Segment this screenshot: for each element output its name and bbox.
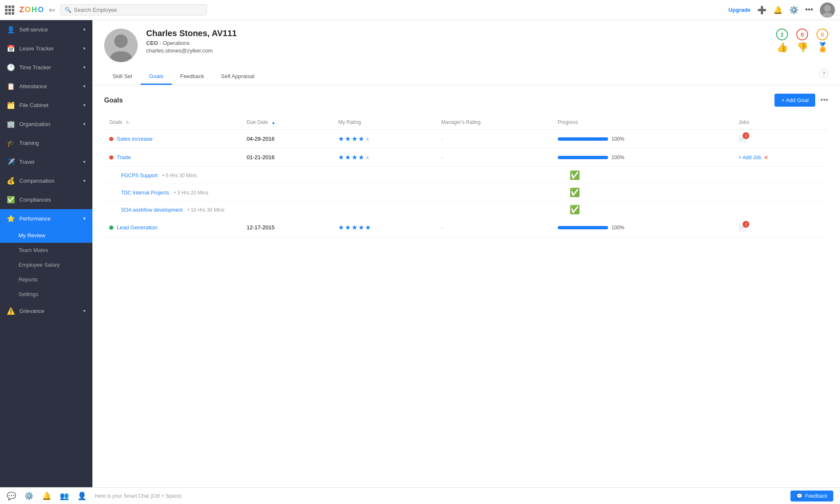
back-button[interactable]: ⇦ bbox=[49, 5, 55, 15]
my-rating-cell: ★★★★★ bbox=[333, 218, 436, 237]
topbar: ZOHO ⇦ 🔍 Upgrade ➕ 🔔 ⚙️ ••• bbox=[0, 0, 840, 20]
due-date-cell: 04-29-2016 bbox=[242, 130, 333, 148]
chevron-icon: ▾ bbox=[83, 159, 86, 165]
goals-table-body: Sales increase 04-29-2016 ★★★★★ - 100% bbox=[104, 130, 828, 237]
goal-name-cell: Trade bbox=[104, 148, 242, 167]
jobs-badge: 2 bbox=[743, 221, 749, 228]
sidebar-item-travel[interactable]: ✈️ Travel ▾ bbox=[0, 152, 92, 171]
compliances-icon: ✅ bbox=[7, 196, 15, 204]
search-input[interactable] bbox=[74, 7, 202, 13]
check-icon: ✅ bbox=[570, 205, 580, 214]
sidebar-item-label: Compliances bbox=[19, 197, 51, 203]
chevron-icon: ▾ bbox=[83, 308, 86, 314]
sidebar-item-training[interactable]: 🎓 Training bbox=[0, 134, 92, 152]
goals-more-button[interactable]: ••• bbox=[820, 96, 828, 105]
sidebar-item-label: Attendance bbox=[19, 83, 47, 89]
users-bottom-icon[interactable]: 👥 bbox=[60, 491, 69, 501]
profile-avatar bbox=[104, 29, 138, 62]
sub-goal-name-link[interactable]: TDC Internal Projects bbox=[121, 190, 169, 196]
apps-grid-icon[interactable] bbox=[5, 5, 14, 15]
profile-bottom-icon[interactable]: 👤 bbox=[77, 491, 87, 501]
sidebar-item-team-mates[interactable]: Team Mates bbox=[0, 243, 92, 257]
add-goal-button[interactable]: + Add Goal bbox=[774, 94, 815, 107]
sidebar-item-compliances[interactable]: ✅ Compliances bbox=[0, 190, 92, 209]
my-rating-cell: ★★★★★ bbox=[333, 148, 436, 167]
chevron-icon: ▾ bbox=[83, 216, 86, 221]
settings-bottom-icon[interactable]: ⚙️ bbox=[24, 491, 34, 501]
more-options-icon[interactable]: ••• bbox=[805, 5, 813, 14]
tab-feedback[interactable]: Feedback bbox=[172, 69, 213, 85]
sidebar-item-self-service[interactable]: 👤 Self-service ▾ bbox=[0, 20, 92, 39]
settings-icon[interactable]: ⚙️ bbox=[789, 5, 798, 15]
jobs-icon[interactable]: 📄2 bbox=[738, 135, 747, 143]
zoho-logo[interactable]: ZOHO bbox=[19, 5, 44, 14]
sidebar-item-label: Leave Tracker bbox=[19, 45, 54, 52]
sidebar-item-reports[interactable]: Reports bbox=[0, 272, 92, 287]
delete-job-button[interactable]: ✕ bbox=[764, 154, 769, 161]
goal-name-cell: Lead Generation bbox=[104, 218, 242, 237]
chevron-icon: ▾ bbox=[83, 178, 86, 184]
sidebar-item-attendance[interactable]: 📋 Attendance ▾ bbox=[0, 77, 92, 96]
content-area: Charles Stones, AV111 CEO - Operations c… bbox=[92, 20, 840, 487]
feedback-button[interactable]: 💬 Feedback bbox=[790, 491, 833, 501]
sidebar-item-compensation[interactable]: 💰 Compensation ▾ bbox=[0, 171, 92, 190]
sub-goal-row: PGCPS Support • 5 Hrs 30 Mins ✅ bbox=[104, 167, 828, 184]
sidebar-item-performance[interactable]: ⭐ Performance ▾ bbox=[0, 209, 92, 228]
sidebar-item-label: Travel bbox=[19, 159, 34, 165]
sidebar-item-employee-salary[interactable]: Employee Salary bbox=[0, 257, 92, 272]
sidebar-item-grievance[interactable]: ⚠️ Grievance ▾ bbox=[0, 302, 92, 320]
sidebar-item-label: File Cabinet bbox=[19, 102, 48, 108]
due-date-sort-icon[interactable]: ▲ bbox=[271, 120, 276, 125]
sidebar-item-label: Grievance bbox=[19, 308, 44, 314]
travel-icon: ✈️ bbox=[7, 158, 15, 166]
goal-name-link[interactable]: Lead Generation bbox=[117, 224, 158, 231]
sidebar-item-my-review[interactable]: My Review bbox=[0, 228, 92, 243]
sidebar-item-time-tracker[interactable]: 🕐 Time Tracker ▾ bbox=[0, 58, 92, 77]
file-cabinet-icon: 🗂️ bbox=[7, 101, 15, 109]
performance-icon: ⭐ bbox=[7, 215, 15, 223]
profile-badges: 2 👍 0 👎 0 🏅 bbox=[776, 29, 828, 53]
sidebar-item-file-cabinet[interactable]: 🗂️ File Cabinet ▾ bbox=[0, 96, 92, 115]
chevron-icon: ▾ bbox=[83, 27, 86, 32]
profile-email: charles.stones@zylker.com bbox=[146, 47, 776, 54]
sub-goal-name-link[interactable]: SOA workflow development bbox=[121, 207, 183, 213]
compensation-icon: 💰 bbox=[7, 177, 15, 185]
progress-cell: 100% bbox=[553, 218, 734, 237]
check-icon: ✅ bbox=[570, 171, 580, 180]
chevron-icon: ▾ bbox=[83, 84, 86, 89]
tab-skill-set[interactable]: Skill Set bbox=[104, 69, 141, 85]
col-my-rating: My Rating bbox=[333, 115, 436, 130]
upgrade-button[interactable]: Upgrade bbox=[728, 7, 751, 13]
add-icon[interactable]: ➕ bbox=[757, 5, 766, 15]
sub-goal-time: • 3 Hrs 20 Mins bbox=[174, 190, 208, 196]
sub-goal-jobs-cell bbox=[733, 167, 828, 184]
tab-self-appraisal[interactable]: Self Appraisal bbox=[213, 69, 263, 85]
table-row: Trade 01-21-2016 ★★★★★ - 100% bbox=[104, 148, 828, 167]
sidebar-item-leave-tracker[interactable]: 📅 Leave Tracker ▾ bbox=[0, 39, 92, 58]
sidebar-item-settings[interactable]: Settings bbox=[0, 287, 92, 302]
sub-goal-jobs-cell bbox=[733, 184, 828, 201]
sidebar-sub-label: Team Mates bbox=[18, 247, 48, 253]
jobs-icon[interactable]: 📄2 bbox=[738, 223, 747, 231]
notification-bottom-icon[interactable]: 🔔 bbox=[42, 491, 51, 501]
goals-sort-icon[interactable]: ⇅ bbox=[126, 120, 129, 125]
goal-name-link[interactable]: Sales increase bbox=[117, 136, 152, 142]
sub-goal-name-cell: PGCPS Support • 5 Hrs 30 Mins bbox=[104, 167, 553, 184]
sub-goal-time: • 5 Hrs 30 Mins bbox=[163, 173, 197, 178]
goal-name-link[interactable]: Trade bbox=[117, 154, 131, 160]
star-empty: ★ bbox=[365, 155, 370, 161]
user-avatar[interactable] bbox=[820, 3, 835, 18]
col-progress: Progress bbox=[553, 115, 734, 130]
progress-pct: 100% bbox=[612, 225, 625, 231]
notifications-icon[interactable]: 🔔 bbox=[773, 5, 782, 15]
chat-icon[interactable]: 💬 bbox=[7, 491, 16, 501]
sub-goal-name-link[interactable]: PGCPS Support bbox=[121, 173, 158, 178]
search-bar: 🔍 bbox=[60, 4, 207, 16]
sidebar-item-label: Time Tracker bbox=[19, 64, 51, 71]
award-badge: 0 🏅 bbox=[816, 29, 828, 53]
sidebar-item-organization[interactable]: 🏢 Organization ▾ bbox=[0, 115, 92, 134]
tab-goals[interactable]: Goals bbox=[141, 69, 172, 85]
topbar-right: Upgrade ➕ 🔔 ⚙️ ••• bbox=[728, 3, 835, 18]
help-icon[interactable]: ? bbox=[819, 69, 828, 78]
add-job-link[interactable]: + Add Job bbox=[738, 155, 761, 160]
